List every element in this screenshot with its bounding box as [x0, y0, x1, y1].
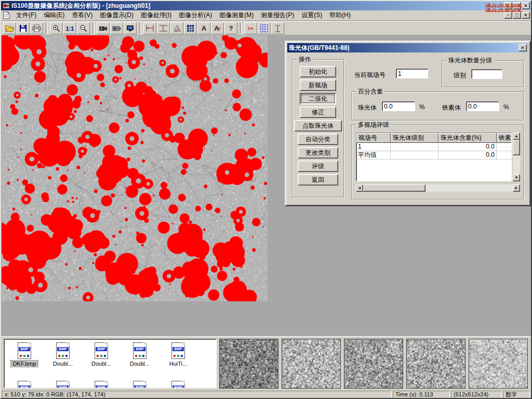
caliper-vertical-icon[interactable]: [143, 22, 156, 34]
op-button-5[interactable]: 点取珠光体: [294, 120, 342, 131]
ferrite-unit: %: [503, 103, 509, 111]
menu-item-8[interactable]: 测量报告(P): [257, 10, 298, 21]
thumbnail-image-1[interactable]: [219, 339, 278, 389]
specimen-image[interactable]: [2, 35, 268, 301]
file-item-1[interactable]: BMPDKF.bmp: [5, 340, 44, 379]
file-item-partial[interactable]: BMP: [5, 379, 44, 388]
open-icon[interactable]: [3, 22, 16, 34]
file-item-partial[interactable]: BMP: [159, 379, 197, 388]
op-button-6[interactable]: 自动分类: [298, 134, 338, 145]
op-button-4[interactable]: 修正: [300, 107, 336, 118]
bmp-file-icon: BMP: [56, 381, 70, 388]
actual-size-icon[interactable]: 1:1: [63, 22, 76, 34]
help-label: ?: [229, 25, 233, 32]
document-icon[interactable]: [3, 11, 10, 19]
file-panel: BMPDKF.bmpBMPDoubl...BMPDoubl...BMPDoubl…: [1, 336, 531, 391]
current-field-input[interactable]: [396, 69, 428, 78]
caliper-horizontal-icon[interactable]: [157, 22, 170, 34]
menu-item-3[interactable]: 查看(V): [68, 10, 96, 21]
file-item-partial[interactable]: BMP: [82, 379, 121, 388]
file-item-2[interactable]: BMPDoubl...: [44, 340, 82, 379]
app-icon: [3, 2, 10, 9]
window-title: IS100显微摄像系统(金相分析版) - [zhuguangti01]: [11, 2, 503, 10]
scroll-right-icon[interactable]: ►: [513, 184, 520, 192]
menu-item-7[interactable]: 图像测量(M): [216, 10, 257, 21]
hscroll-thumb[interactable]: [363, 184, 425, 192]
menu-item-6[interactable]: 图像分析(A): [175, 10, 216, 21]
thumbnail-image-3[interactable]: [344, 339, 403, 389]
file-item-partial[interactable]: BMP: [44, 379, 82, 388]
text-tool-icon[interactable]: A: [197, 22, 210, 34]
table-header-2[interactable]: 珠光体级别: [391, 133, 438, 143]
table-hscrollbar[interactable]: ◄ ►: [356, 184, 520, 192]
zoom-in-icon[interactable]: [50, 22, 63, 34]
thumbnail-image-4[interactable]: [406, 339, 466, 389]
thumbnail-image-5[interactable]: [469, 339, 528, 389]
dialog-close-icon[interactable]: ×: [518, 44, 527, 51]
mdi-restore-icon[interactable]: □: [513, 12, 521, 19]
app-window: IS100显微摄像系统(金相分析版) - [zhuguangti01] _ □ …: [0, 0, 532, 399]
bmp-file-icon: BMP: [133, 342, 147, 359]
capture-icon[interactable]: [124, 22, 137, 34]
grid-dark-icon[interactable]: [184, 22, 197, 34]
ferrite-percent-input[interactable]: [466, 101, 499, 111]
op-button-2[interactable]: 新视场: [300, 79, 336, 91]
angle-measure-icon[interactable]: [170, 22, 183, 34]
op-button-7[interactable]: 更改类别: [298, 147, 338, 158]
ruler-icon[interactable]: [271, 22, 284, 34]
scroll-left-icon[interactable]: ◄: [356, 184, 363, 192]
operation-buttons: 初始化新视场二值化修正点取珠光体自动分类更改类别评级返回: [292, 66, 343, 185]
video-camera-icon[interactable]: [110, 22, 123, 34]
table-vscrollbar[interactable]: ▲ ▼: [513, 132, 520, 181]
zoom-out-icon[interactable]: [77, 22, 90, 34]
menu-item-5[interactable]: 图像处理(I): [137, 10, 175, 21]
multifield-group-title: 多视场评级: [356, 121, 391, 128]
file-name: Doubl...: [51, 361, 74, 367]
cut-icon[interactable]: ✂: [244, 22, 257, 34]
pearlite-percent-input[interactable]: [382, 101, 415, 111]
menu-item-1[interactable]: 文件(F): [12, 10, 40, 21]
mdi-controls: - □ ×: [503, 12, 530, 19]
help-icon[interactable]: ?: [224, 22, 237, 34]
file-item-partial[interactable]: BMP: [121, 379, 159, 388]
op-button-1[interactable]: 初始化: [300, 66, 336, 77]
close-icon[interactable]: ×: [522, 2, 530, 9]
multifield-group: 多视场评级 视场号珠光体级别珠光体含量(%)铁素 10.0平均值0.0 ▲ ▼ …: [351, 125, 524, 200]
table-row[interactable]: 10.0: [356, 143, 511, 151]
menu-item-4[interactable]: 图像显示(D): [96, 10, 137, 21]
menu-items: 文件(F)编辑(E)查看(V)图像显示(D)图像处理(I)图像分析(A)图像测量…: [12, 10, 354, 21]
hscroll-track[interactable]: [363, 184, 513, 192]
table-row[interactable]: 平均值0.0: [356, 151, 511, 159]
grade-input[interactable]: [471, 69, 502, 79]
text-erase-icon[interactable]: A×: [211, 22, 224, 34]
save-icon[interactable]: [17, 22, 30, 34]
menu-item-10[interactable]: 帮助(H): [326, 10, 354, 21]
camera-dark-icon[interactable]: [97, 22, 110, 34]
table-header-1[interactable]: 视场号: [356, 133, 391, 143]
scroll-down-icon[interactable]: ▼: [513, 174, 520, 181]
file-item-4[interactable]: BMPDoubl...: [121, 340, 159, 379]
op-button-8[interactable]: 评级: [298, 161, 338, 172]
bmp-file-icon: BMP: [95, 381, 108, 388]
dialog-title-bar[interactable]: 珠光体(GB/T9441-88) ×: [287, 43, 528, 52]
op-button-9[interactable]: 返回: [298, 174, 338, 185]
table-header-4[interactable]: 铁素: [497, 133, 512, 143]
title-bar[interactable]: IS100显微摄像系统(金相分析版) - [zhuguangti01] _ □ …: [1, 1, 531, 10]
scroll-up-icon[interactable]: ▲: [513, 132, 520, 140]
file-item-3[interactable]: BMPDoubl...: [82, 340, 121, 379]
op-button-3[interactable]: 二值化: [300, 93, 336, 104]
thumbnail-image-2[interactable]: [282, 339, 341, 389]
vscroll-track[interactable]: [513, 140, 520, 174]
file-item-5[interactable]: BMPHuiTi...: [159, 340, 197, 379]
print-icon[interactable]: [30, 22, 43, 34]
cut-glyph: ✂: [248, 25, 254, 32]
file-name: HuiTi...: [168, 361, 189, 367]
vscroll-thumb[interactable]: [513, 140, 520, 155]
mdi-minimize-icon[interactable]: -: [504, 12, 512, 19]
menu-item-9[interactable]: 设置(S): [298, 10, 326, 21]
menu-item-2[interactable]: 编辑(E): [40, 10, 68, 21]
table-header-3[interactable]: 珠光体含量(%): [438, 133, 497, 143]
overlay-grid-icon[interactable]: [258, 22, 271, 34]
mdi-close-icon[interactable]: ×: [522, 12, 530, 19]
file-name: Doubl...: [90, 361, 113, 367]
